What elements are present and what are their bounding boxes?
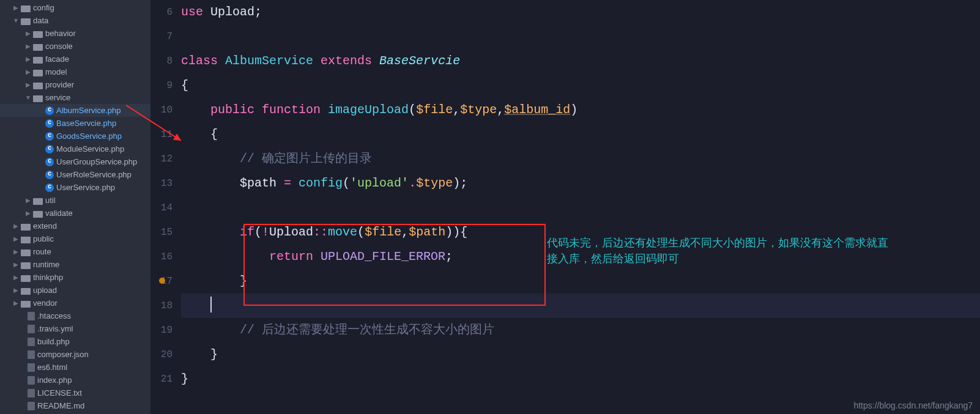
tree-item-label: vendor — [33, 298, 58, 308]
code-line[interactable]: { — [181, 73, 980, 98]
tree-item[interactable]: ▶config — [0, 1, 150, 14]
folder-icon — [33, 57, 43, 64]
chevron-icon[interactable]: ▼ — [24, 94, 32, 101]
folder-icon — [21, 224, 31, 231]
tree-item-label: UserService.php — [56, 183, 115, 192]
tree-item[interactable]: ▶thinkphp — [0, 271, 150, 284]
php-icon — [45, 183, 54, 192]
tree-item-label: upload — [33, 286, 57, 295]
tree-item[interactable]: ▶facade — [0, 53, 150, 65]
folder-icon — [33, 44, 43, 51]
chevron-icon[interactable]: ▶ — [24, 68, 32, 75]
tree-item[interactable]: ▶upload — [0, 284, 150, 297]
tree-item[interactable]: ▶vendor — [0, 297, 150, 309]
file-icon — [28, 312, 35, 320]
tree-item-label: GoodsService.php — [56, 131, 122, 141]
tree-item[interactable]: .htaccess — [0, 309, 150, 322]
tree-item-label: facade — [45, 54, 69, 64]
code-line[interactable]: } — [181, 269, 980, 294]
tree-item[interactable]: ▶route — [0, 245, 150, 258]
code-line[interactable]: $path = config('upload'.$type); — [181, 171, 980, 196]
tree-item[interactable]: ▶util — [0, 194, 150, 207]
chevron-icon[interactable]: ▶ — [24, 197, 32, 204]
line-number: 11 — [150, 122, 181, 147]
chevron-icon[interactable]: ▶ — [24, 30, 32, 37]
chevron-icon[interactable]: ▶ — [24, 56, 32, 62]
tree-item[interactable]: LICENSE.txt — [0, 386, 150, 399]
chevron-icon[interactable]: ▶ — [12, 235, 20, 242]
tree-item[interactable]: UserRoleService.php — [0, 168, 150, 181]
code-line[interactable]: use Upload; — [181, 0, 980, 24]
code-line[interactable] — [181, 24, 980, 49]
tree-item[interactable]: GoodsService.php — [0, 130, 150, 142]
tree-item-label: route — [33, 247, 51, 256]
line-number: 20 — [150, 342, 181, 367]
chevron-icon[interactable]: ▶ — [12, 4, 20, 11]
tree-item[interactable]: ▶extend — [0, 220, 150, 232]
code-line-current[interactable] — [181, 294, 980, 318]
file-icon — [28, 338, 35, 346]
tree-item[interactable]: ▶console — [0, 40, 150, 53]
chevron-icon[interactable]: ▶ — [24, 81, 32, 88]
code-line[interactable]: { — [181, 122, 980, 147]
code-editor[interactable]: 6789101112131415161718192021 use Upload;… — [150, 0, 980, 414]
folder-icon — [33, 198, 43, 205]
folder-icon — [21, 237, 31, 243]
tree-item[interactable]: ▶provider — [0, 78, 150, 91]
line-number: 9 — [150, 73, 181, 98]
tree-item[interactable]: ▶validate — [0, 207, 150, 220]
chevron-icon[interactable]: ▶ — [24, 43, 32, 50]
folder-icon — [21, 6, 31, 12]
chevron-icon[interactable]: ▶ — [12, 300, 20, 306]
tree-item-label: extend — [33, 221, 57, 231]
line-number-gutter: 6789101112131415161718192021 — [150, 0, 181, 414]
text-caret — [210, 297, 212, 312]
tree-item[interactable]: .travis.yml — [0, 322, 150, 335]
code-line[interactable]: public function imageUpload($file,$type,… — [181, 98, 980, 122]
chevron-icon[interactable]: ▶ — [12, 223, 20, 229]
code-line[interactable]: // 确定图片上传的目录 — [181, 147, 980, 171]
tree-item[interactable]: UserService.php — [0, 181, 150, 194]
line-number: 8 — [150, 49, 181, 73]
tree-item[interactable]: BaseServcie.php — [0, 117, 150, 130]
project-tree-sidebar[interactable]: ▶config▼data▶behavior▶console▶facade▶mod… — [0, 0, 150, 414]
line-number: 12 — [150, 147, 181, 171]
chevron-icon[interactable]: ▼ — [12, 17, 20, 24]
tree-item[interactable]: AlbumService.php — [0, 104, 150, 117]
tree-item-label: service — [45, 93, 70, 102]
tree-item[interactable]: ▶public — [0, 232, 150, 245]
tree-item[interactable]: ▶model — [0, 65, 150, 78]
code-line[interactable]: // 后边还需要处理一次性生成不容大小的图片 — [181, 318, 980, 342]
tree-item[interactable]: ▶behavior — [0, 27, 150, 40]
chevron-icon[interactable]: ▶ — [12, 261, 20, 268]
tree-item[interactable]: ModuleService.php — [0, 142, 150, 155]
chevron-icon[interactable]: ▶ — [12, 248, 20, 255]
code-line[interactable]: } — [181, 342, 980, 367]
php-icon — [45, 158, 54, 166]
tree-item[interactable]: index.php — [0, 374, 150, 386]
tree-item-label: UserRoleService.php — [56, 170, 132, 179]
tree-item[interactable]: ▼service — [0, 91, 150, 104]
code-line[interactable]: } — [181, 367, 980, 391]
code-line[interactable] — [181, 196, 980, 220]
code-line[interactable]: class AlbumService extends BaseServcie — [181, 49, 980, 73]
tree-item[interactable]: ▶runtime — [0, 258, 150, 271]
php-icon — [45, 171, 54, 179]
tree-item-label: data — [33, 16, 48, 25]
line-number: 7 — [150, 24, 181, 49]
tree-item[interactable]: README.md — [0, 399, 150, 412]
chevron-icon[interactable]: ▶ — [12, 274, 20, 281]
chevron-icon[interactable]: ▶ — [24, 210, 32, 216]
tree-item-label: model — [45, 67, 67, 76]
tree-item[interactable]: ▼data — [0, 14, 150, 27]
tree-item[interactable]: composer.json — [0, 348, 150, 361]
file-icon — [28, 363, 35, 372]
tree-item-label: composer.json — [37, 350, 89, 359]
chevron-icon[interactable]: ▶ — [12, 287, 20, 294]
tree-item-label: ModuleService.php — [56, 144, 124, 153]
tree-item[interactable]: UserGroupService.php — [0, 155, 150, 168]
tree-item[interactable]: es6.html — [0, 361, 150, 374]
php-icon — [45, 119, 54, 128]
code-area[interactable]: use Upload; class AlbumService extends B… — [181, 0, 980, 414]
tree-item[interactable]: build.php — [0, 335, 150, 348]
